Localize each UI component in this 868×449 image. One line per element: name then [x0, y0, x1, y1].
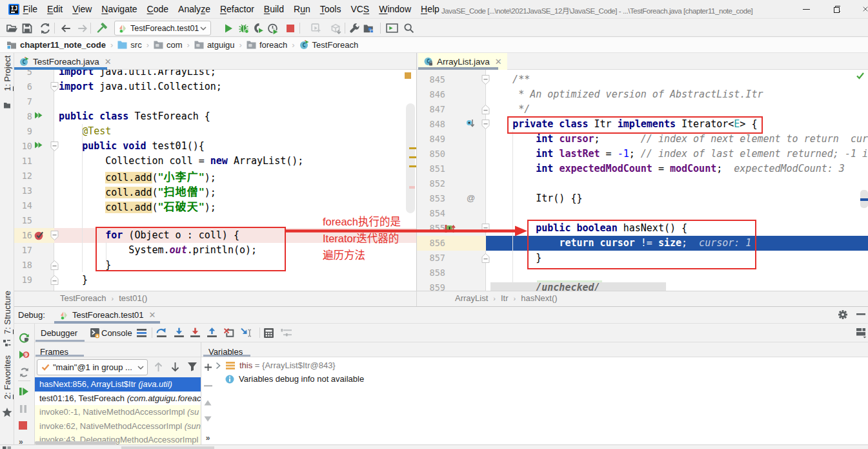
line-number[interactable]: 850 [417, 147, 445, 162]
line-number[interactable]: 14 [14, 198, 32, 213]
line-number[interactable]: 849 [417, 132, 445, 147]
line-number[interactable]: 854 [417, 206, 445, 221]
code-line-10[interactable]: 10 public void test01(){ [14, 139, 416, 154]
editor-splitter[interactable] [416, 53, 417, 291]
nav-crumb-chapter11_note_code[interactable]: chapter11_note_code [6, 40, 106, 50]
minimize-button[interactable] [792, 0, 820, 18]
line-number[interactable]: 852 [417, 176, 445, 191]
stop-icon[interactable] [19, 421, 30, 432]
gutter-override-icon[interactable] [466, 119, 476, 129]
line-number[interactable]: 12 [14, 169, 32, 183]
search-everywhere-icon[interactable] [403, 22, 415, 34]
menu-run[interactable]: Run [289, 4, 316, 14]
code-line-5[interactable]: 5import java.util.ArrayList; [14, 70, 416, 79]
project-stripe-button[interactable]: 1: Project [3, 56, 12, 91]
menu-window[interactable]: Window [374, 4, 416, 14]
code-line-851[interactable]: 851 int expectedModCount = modCount; exp… [417, 162, 868, 176]
evaluate-expression-icon[interactable] [263, 327, 274, 339]
line-number[interactable]: 846 [417, 87, 445, 102]
resume-program-icon[interactable]: 9 [19, 350, 30, 360]
nav-crumb-foreach[interactable]: foreach [247, 40, 287, 50]
breadcrumb-item[interactable]: TestForeach [60, 293, 106, 303]
line-number[interactable]: 17 [14, 243, 32, 258]
breadcrumb-item[interactable]: test01() [119, 293, 147, 303]
line-number[interactable]: 856 [417, 236, 445, 251]
frame-row[interactable]: invoke:62, NativeMethodAccessorImpl (sun [35, 419, 201, 433]
nav-crumb-src[interactable]: src [117, 40, 141, 50]
breadcrumb-item[interactable]: Itr [501, 293, 509, 303]
menu-navigate[interactable]: Navigate [97, 4, 142, 14]
menu-tools[interactable]: Tools [315, 4, 346, 14]
fold-marker[interactable] [50, 230, 59, 241]
line-number[interactable]: 859 [417, 280, 445, 291]
force-step-into-icon[interactable] [190, 327, 201, 339]
step-out-icon[interactable] [207, 327, 218, 339]
forward-icon[interactable] [76, 22, 88, 34]
run-console-icon[interactable] [386, 22, 398, 34]
line-number[interactable]: 9 [14, 124, 32, 139]
run-icon[interactable] [222, 22, 234, 34]
line-number[interactable]: 7 [14, 94, 32, 109]
build-hammer-icon[interactable] [95, 22, 107, 34]
debug-icon[interactable] [237, 22, 250, 34]
frame-down-icon[interactable] [170, 361, 180, 373]
step-into-icon[interactable] [174, 327, 185, 339]
line-number[interactable]: 847 [417, 102, 445, 117]
breadcrumb-right[interactable]: ArrayList›Itr›hasNext() [455, 293, 558, 303]
gutter-run-icon[interactable] [34, 141, 45, 151]
expand-chevron-icon[interactable] [216, 362, 221, 370]
code-line-854[interactable]: 854 [417, 206, 868, 221]
line-number[interactable]: 18 [14, 258, 32, 273]
frame-row[interactable]: hasNext:856, ArrayList$Itr (java.util) [35, 377, 201, 392]
menu-vcs[interactable]: VCS [346, 4, 374, 14]
menu-analyze[interactable]: Analyze [174, 4, 216, 14]
frame-row[interactable]: test01:16, TestForeach (com.atguigu.fore… [35, 392, 201, 406]
fold-marker[interactable] [50, 260, 59, 271]
line-number[interactable]: 5 [14, 70, 32, 79]
restore-layout-icon[interactable] [855, 327, 867, 339]
drop-frame-icon[interactable] [223, 327, 235, 339]
rerun-icon[interactable] [19, 332, 30, 343]
variable-row-this[interactable]: this = {ArrayList$Itr@843} [216, 359, 364, 372]
code-line-19[interactable]: 19 } [14, 273, 416, 287]
menu-code[interactable]: Code [142, 4, 173, 14]
frames-list[interactable]: hasNext:856, ArrayList$Itr (java.util)te… [35, 377, 201, 445]
sync-icon[interactable] [39, 22, 51, 34]
line-number[interactable]: 845 [417, 72, 445, 87]
menu-file[interactable]: File [18, 4, 43, 14]
line-number[interactable]: 857 [417, 251, 445, 266]
line-number[interactable]: 853 [417, 191, 445, 206]
close-tab-icon[interactable]: ✕ [495, 57, 502, 67]
code-line-859[interactable]: 859 /unchecked/ [417, 280, 868, 291]
nav-crumb-com[interactable]: com [154, 40, 183, 50]
breadcrumb-item[interactable]: ArrayList [455, 293, 488, 303]
resume-icon[interactable] [19, 386, 30, 397]
stripe-button-todo[interactable]: 6: TODO [239, 446, 281, 449]
line-number[interactable]: 13 [14, 183, 32, 198]
line-number[interactable]: 6 [14, 79, 32, 94]
thread-selector[interactable]: "main"@1 in group ... [37, 359, 148, 375]
line-number[interactable]: 11 [14, 154, 32, 169]
code-line-853[interactable]: 853@ Itr() {} [417, 191, 868, 206]
code-line-852[interactable]: 852 [417, 176, 868, 191]
code-line-11[interactable]: 11 Collection coll = new ArrayList(); [14, 154, 416, 169]
hide-panel-icon[interactable] [856, 313, 865, 316]
scrollbar-thumb[interactable] [406, 103, 415, 213]
close-tab-icon[interactable]: ✕ [105, 57, 112, 67]
stripe-button-terminal[interactable]: Terminal [347, 446, 387, 449]
event-log-button[interactable]: Event Log [814, 446, 861, 449]
line-number[interactable]: 19 [14, 273, 32, 287]
stripe-button-debug[interactable]: 5: Debug [121, 446, 214, 449]
line-number[interactable]: 16 [14, 228, 32, 243]
tab-console[interactable]: Console [101, 324, 132, 342]
add-watch-icon[interactable] [203, 362, 212, 371]
code-line-847[interactable]: 847 */ [417, 102, 868, 117]
rerun-failed-icon[interactable] [19, 367, 30, 378]
more-watches-icon[interactable]: » [203, 433, 212, 443]
code-line-13[interactable]: 13 coll.add("扫地僧"); [14, 183, 416, 198]
gutter-breakpoint-icon[interactable] [34, 230, 45, 240]
code-line-7[interactable]: 7 [14, 94, 416, 109]
menu-view[interactable]: View [68, 4, 97, 14]
run-to-cursor-icon[interactable] [241, 327, 252, 339]
favorites-stripe-button[interactable]: 2: Favorites [3, 355, 12, 399]
